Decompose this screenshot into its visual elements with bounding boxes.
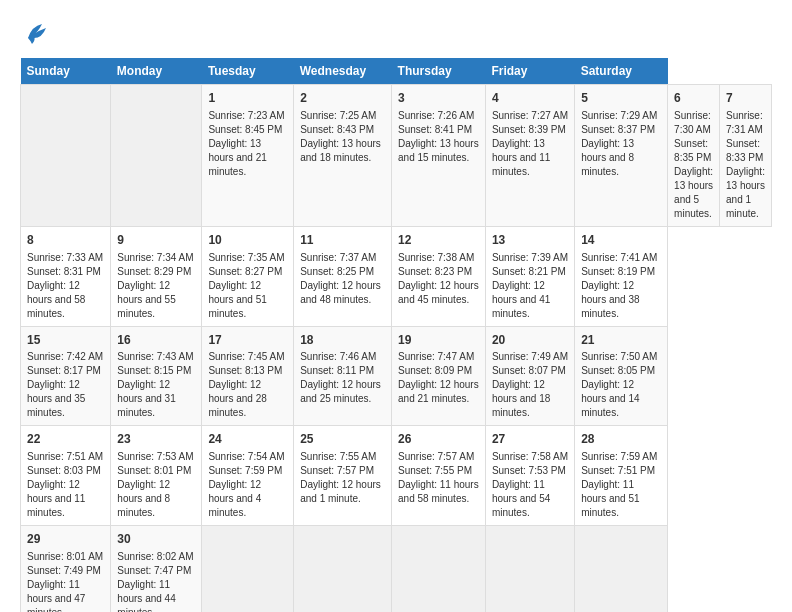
sunrise-text: Sunrise: 7:27 AM (492, 110, 568, 121)
sunset-text: Sunset: 8:41 PM (398, 124, 472, 135)
daylight-text: Daylight: 13 hours and 21 minutes. (208, 138, 266, 177)
day-number: 30 (117, 531, 195, 548)
calendar-day-cell: 8Sunrise: 7:33 AMSunset: 8:31 PMDaylight… (21, 226, 111, 326)
calendar-day-cell (294, 526, 392, 612)
day-number: 19 (398, 332, 479, 349)
calendar-day-cell: 10Sunrise: 7:35 AMSunset: 8:27 PMDayligh… (202, 226, 294, 326)
sunset-text: Sunset: 8:15 PM (117, 365, 191, 376)
day-number: 9 (117, 232, 195, 249)
daylight-text: Daylight: 12 hours and 25 minutes. (300, 379, 381, 404)
sunset-text: Sunset: 8:03 PM (27, 465, 101, 476)
day-number: 5 (581, 90, 661, 107)
sunrise-text: Sunrise: 7:42 AM (27, 351, 103, 362)
daylight-text: Daylight: 12 hours and 48 minutes. (300, 280, 381, 305)
sunset-text: Sunset: 8:17 PM (27, 365, 101, 376)
daylight-text: Daylight: 12 hours and 28 minutes. (208, 379, 266, 418)
sunrise-text: Sunrise: 7:26 AM (398, 110, 474, 121)
day-number: 13 (492, 232, 568, 249)
calendar-week-row: 15Sunrise: 7:42 AMSunset: 8:17 PMDayligh… (21, 326, 772, 426)
day-number: 17 (208, 332, 287, 349)
daylight-text: Daylight: 11 hours and 54 minutes. (492, 479, 550, 518)
header-day: Monday (111, 58, 202, 85)
sunrise-text: Sunrise: 7:38 AM (398, 252, 474, 263)
calendar-day-cell: 25Sunrise: 7:55 AMSunset: 7:57 PMDayligh… (294, 426, 392, 526)
calendar-day-cell: 5Sunrise: 7:29 AMSunset: 8:37 PMDaylight… (575, 85, 668, 227)
daylight-text: Daylight: 12 hours and 35 minutes. (27, 379, 85, 418)
daylight-text: Daylight: 12 hours and 55 minutes. (117, 280, 175, 319)
day-number: 10 (208, 232, 287, 249)
sunrise-text: Sunrise: 7:35 AM (208, 252, 284, 263)
daylight-text: Daylight: 11 hours and 51 minutes. (581, 479, 639, 518)
sunset-text: Sunset: 7:47 PM (117, 565, 191, 576)
calendar-day-cell: 7Sunrise: 7:31 AMSunset: 8:33 PMDaylight… (720, 85, 772, 227)
header (20, 18, 772, 48)
day-number: 22 (27, 431, 104, 448)
sunrise-text: Sunrise: 7:29 AM (581, 110, 657, 121)
sunset-text: Sunset: 8:27 PM (208, 266, 282, 277)
daylight-text: Daylight: 12 hours and 21 minutes. (398, 379, 479, 404)
day-number: 27 (492, 431, 568, 448)
calendar-day-cell: 23Sunrise: 7:53 AMSunset: 8:01 PMDayligh… (111, 426, 202, 526)
page: SundayMondayTuesdayWednesdayThursdayFrid… (0, 0, 792, 612)
sunset-text: Sunset: 8:39 PM (492, 124, 566, 135)
daylight-text: Daylight: 12 hours and 11 minutes. (27, 479, 85, 518)
daylight-text: Daylight: 13 hours and 11 minutes. (492, 138, 550, 177)
header-day: Friday (485, 58, 574, 85)
sunrise-text: Sunrise: 7:58 AM (492, 451, 568, 462)
sunrise-text: Sunrise: 7:33 AM (27, 252, 103, 263)
sunrise-text: Sunrise: 7:47 AM (398, 351, 474, 362)
calendar-day-cell: 26Sunrise: 7:57 AMSunset: 7:55 PMDayligh… (392, 426, 486, 526)
sunrise-text: Sunrise: 7:45 AM (208, 351, 284, 362)
sunset-text: Sunset: 8:33 PM (726, 138, 763, 163)
sunset-text: Sunset: 8:35 PM (674, 138, 711, 163)
header-day: Thursday (392, 58, 486, 85)
sunset-text: Sunset: 8:37 PM (581, 124, 655, 135)
calendar-table: SundayMondayTuesdayWednesdayThursdayFrid… (20, 58, 772, 612)
day-number: 12 (398, 232, 479, 249)
sunset-text: Sunset: 7:55 PM (398, 465, 472, 476)
calendar-week-row: 29Sunrise: 8:01 AMSunset: 7:49 PMDayligh… (21, 526, 772, 612)
daylight-text: Daylight: 13 hours and 8 minutes. (581, 138, 634, 177)
daylight-text: Daylight: 12 hours and 45 minutes. (398, 280, 479, 305)
sunrise-text: Sunrise: 7:57 AM (398, 451, 474, 462)
logo-icon (20, 18, 50, 48)
daylight-text: Daylight: 13 hours and 5 minutes. (674, 166, 713, 219)
daylight-text: Daylight: 12 hours and 1 minute. (300, 479, 381, 504)
sunset-text: Sunset: 8:31 PM (27, 266, 101, 277)
calendar-day-cell (485, 526, 574, 612)
sunrise-text: Sunrise: 7:30 AM (674, 110, 711, 135)
sunset-text: Sunset: 8:45 PM (208, 124, 282, 135)
sunset-text: Sunset: 8:23 PM (398, 266, 472, 277)
sunrise-text: Sunrise: 8:02 AM (117, 551, 193, 562)
sunrise-text: Sunrise: 8:01 AM (27, 551, 103, 562)
day-number: 21 (581, 332, 661, 349)
sunset-text: Sunset: 8:25 PM (300, 266, 374, 277)
daylight-text: Daylight: 13 hours and 1 minute. (726, 166, 765, 219)
daylight-text: Daylight: 12 hours and 14 minutes. (581, 379, 639, 418)
sunset-text: Sunset: 8:21 PM (492, 266, 566, 277)
calendar-day-cell: 4Sunrise: 7:27 AMSunset: 8:39 PMDaylight… (485, 85, 574, 227)
sunrise-text: Sunrise: 7:54 AM (208, 451, 284, 462)
sunrise-text: Sunrise: 7:37 AM (300, 252, 376, 263)
sunrise-text: Sunrise: 7:50 AM (581, 351, 657, 362)
sunset-text: Sunset: 8:29 PM (117, 266, 191, 277)
sunset-text: Sunset: 8:19 PM (581, 266, 655, 277)
calendar-day-cell (21, 85, 111, 227)
sunset-text: Sunset: 8:07 PM (492, 365, 566, 376)
day-number: 14 (581, 232, 661, 249)
calendar-day-cell: 22Sunrise: 7:51 AMSunset: 8:03 PMDayligh… (21, 426, 111, 526)
header-row: SundayMondayTuesdayWednesdayThursdayFrid… (21, 58, 772, 85)
sunset-text: Sunset: 8:43 PM (300, 124, 374, 135)
calendar-day-cell: 24Sunrise: 7:54 AMSunset: 7:59 PMDayligh… (202, 426, 294, 526)
daylight-text: Daylight: 11 hours and 47 minutes. (27, 579, 85, 612)
daylight-text: Daylight: 11 hours and 58 minutes. (398, 479, 479, 504)
daylight-text: Daylight: 13 hours and 18 minutes. (300, 138, 381, 163)
calendar-day-cell: 11Sunrise: 7:37 AMSunset: 8:25 PMDayligh… (294, 226, 392, 326)
day-number: 6 (674, 90, 713, 107)
sunrise-text: Sunrise: 7:39 AM (492, 252, 568, 263)
calendar-day-cell: 28Sunrise: 7:59 AMSunset: 7:51 PMDayligh… (575, 426, 668, 526)
daylight-text: Daylight: 12 hours and 18 minutes. (492, 379, 550, 418)
sunrise-text: Sunrise: 7:46 AM (300, 351, 376, 362)
calendar-day-cell: 30Sunrise: 8:02 AMSunset: 7:47 PMDayligh… (111, 526, 202, 612)
calendar-week-row: 22Sunrise: 7:51 AMSunset: 8:03 PMDayligh… (21, 426, 772, 526)
